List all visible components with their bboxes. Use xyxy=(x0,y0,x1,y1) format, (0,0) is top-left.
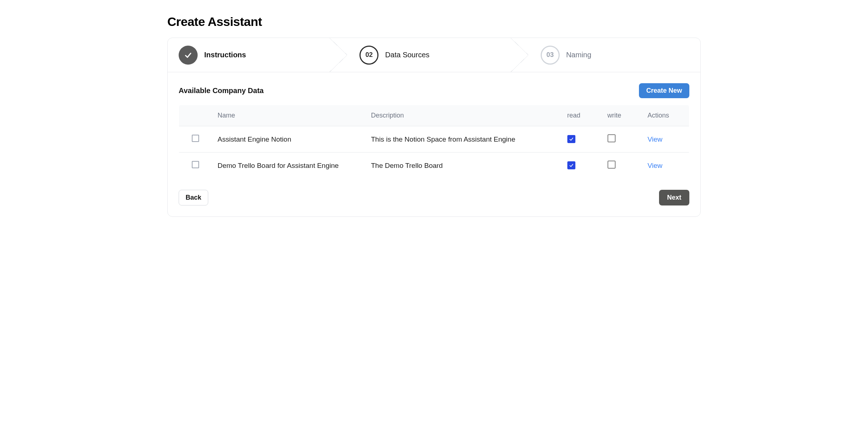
step-circle-current: 02 xyxy=(359,46,378,65)
next-button[interactable]: Next xyxy=(659,190,689,205)
back-button[interactable]: Back xyxy=(179,190,208,205)
col-header-read: read xyxy=(561,105,602,126)
row-select-checkbox[interactable] xyxy=(192,161,199,168)
col-header-name: Name xyxy=(212,105,365,126)
row-name: Demo Trello Board for Assistant Engine xyxy=(212,153,365,179)
col-header-write: write xyxy=(602,105,642,126)
row-select-checkbox[interactable] xyxy=(192,135,199,142)
stepper: Instructions 02 Data Sources 03 Naming xyxy=(168,38,700,72)
step-circle-done xyxy=(179,46,198,65)
col-header-description: Description xyxy=(365,105,561,126)
row-description: This is the Notion Space from Assistant … xyxy=(365,126,561,153)
col-header-select xyxy=(179,105,212,126)
table-body: Assistant Engine Notion This is the Noti… xyxy=(179,126,689,179)
write-checkbox[interactable] xyxy=(608,134,616,142)
table-row: Demo Trello Board for Assistant Engine T… xyxy=(179,153,689,179)
step-instructions[interactable]: Instructions xyxy=(168,38,338,72)
step-label: Naming xyxy=(566,51,591,59)
section-title: Available Company Data xyxy=(179,86,264,95)
step-naming[interactable]: 03 Naming xyxy=(519,38,700,72)
step-circle-upcoming: 03 xyxy=(541,46,560,65)
step-label: Instructions xyxy=(204,51,246,59)
wizard-footer: Back Next xyxy=(179,190,689,205)
section-header: Available Company Data Create New xyxy=(179,83,689,98)
page-title: Create Assistant xyxy=(167,15,701,29)
wizard-card: Instructions 02 Data Sources 03 Naming A… xyxy=(167,38,701,217)
create-new-button[interactable]: Create New xyxy=(639,83,689,98)
read-checkbox[interactable] xyxy=(567,135,575,143)
check-icon xyxy=(569,137,574,142)
check-icon xyxy=(569,163,574,168)
row-description: The Demo Trello Board xyxy=(365,153,561,179)
col-header-actions: Actions xyxy=(642,105,689,126)
content-area: Available Company Data Create New Name D… xyxy=(168,72,700,216)
view-link[interactable]: View xyxy=(648,135,663,143)
check-icon xyxy=(184,51,193,59)
step-data-sources[interactable]: 02 Data Sources xyxy=(338,38,519,72)
row-name: Assistant Engine Notion xyxy=(212,126,365,153)
table-row: Assistant Engine Notion This is the Noti… xyxy=(179,126,689,153)
data-sources-table: Name Description read write Actions Assi… xyxy=(179,105,689,179)
read-checkbox[interactable] xyxy=(567,161,575,169)
write-checkbox[interactable] xyxy=(608,161,616,169)
step-label: Data Sources xyxy=(385,51,429,59)
view-link[interactable]: View xyxy=(648,162,663,169)
